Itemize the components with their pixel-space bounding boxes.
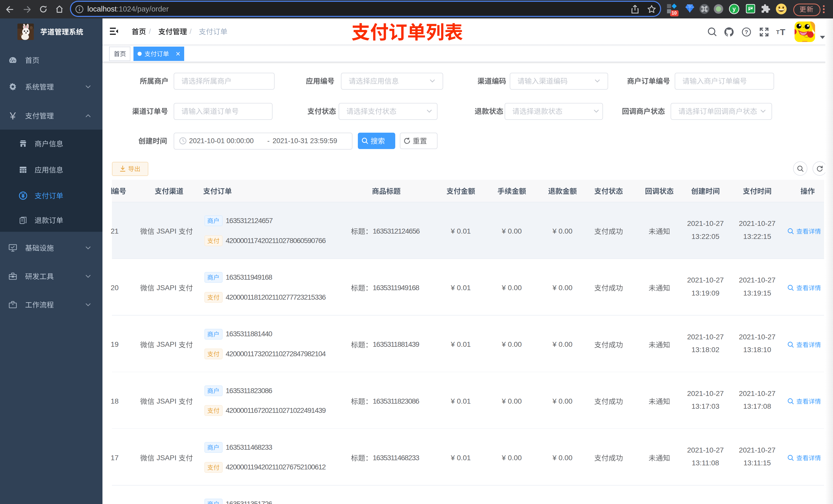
svg-text:y: y [733, 6, 736, 12]
svg-text:?: ? [745, 29, 748, 35]
